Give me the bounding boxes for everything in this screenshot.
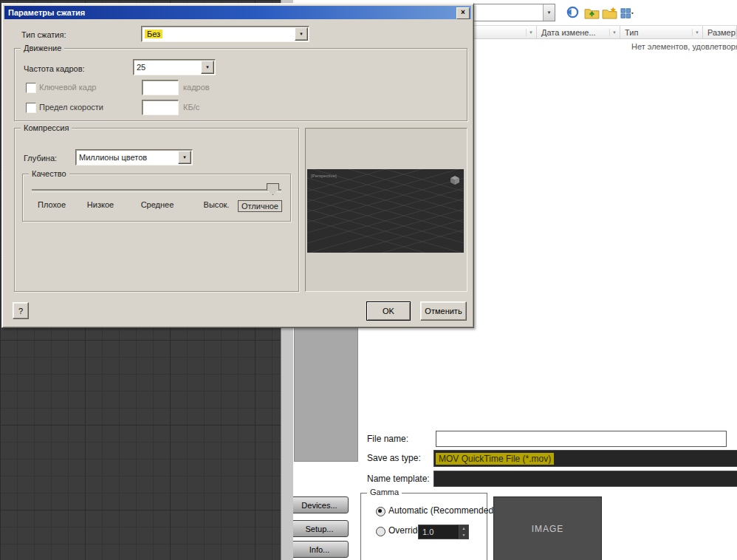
chevron-down-icon[interactable]: ▼ <box>692 29 701 36</box>
frame-rate-label: Частота кадров: <box>24 64 85 73</box>
help-button[interactable]: ? <box>13 302 29 319</box>
keyframe-unit-label: кадров <box>183 83 210 92</box>
file-name-label: File name: <box>367 434 408 444</box>
save-as-type-value: MOV QuickTime File (*.mov) <box>436 453 554 465</box>
name-template-label: Name template: <box>367 474 430 484</box>
view-menu-icon[interactable] <box>618 5 636 21</box>
dialog-titlebar[interactable]: Параметры сжатия × <box>4 6 471 19</box>
ok-button[interactable]: OK <box>366 301 411 321</box>
dialog-title: Параметры сжатия <box>8 8 85 17</box>
quality-level-label: Плохое <box>38 200 66 209</box>
quality-level-selected: Отличное <box>238 200 282 212</box>
quality-level-label: Низкое <box>87 200 114 209</box>
up-one-level-icon[interactable] <box>583 4 600 21</box>
gamma-override-radio[interactable] <box>376 527 385 536</box>
quality-group: Качество Плохое Низкое Среднее Высок. От… <box>22 174 291 222</box>
compression-type-combo[interactable]: Без ▼ <box>141 26 309 42</box>
preview-panel: [Perspective] <box>305 128 467 292</box>
column-header-size[interactable]: Размер ▼ <box>703 26 737 38</box>
depth-value: Миллионы цветов <box>79 153 147 162</box>
preview-viewport-label: [Perspective] <box>311 174 337 178</box>
image-placeholder-label: IMAGE <box>532 524 564 534</box>
spinner-down-icon[interactable]: ▼ <box>459 532 468 539</box>
frame-rate-value: 25 <box>137 63 145 72</box>
motion-group-title: Движение <box>21 44 64 52</box>
gamma-group-title: Gamma <box>367 488 402 496</box>
chevron-down-icon[interactable]: ▼ <box>609 29 618 36</box>
column-label: Тип <box>625 28 638 37</box>
column-header-date-modified[interactable]: Дата измене... ▼ <box>537 26 620 38</box>
depth-combo[interactable]: Миллионы цветов ▼ <box>75 149 193 165</box>
chevron-down-icon[interactable]: ▼ <box>543 4 555 21</box>
save-as-type-combo[interactable]: MOV QuickTime File (*.mov) <box>433 450 737 467</box>
depth-label: Глубина: <box>24 154 57 163</box>
keyframe-input[interactable] <box>142 80 179 95</box>
setup-button[interactable]: Setup... <box>293 520 349 537</box>
name-template-input[interactable] <box>433 471 737 487</box>
file-list-header: ▼ Дата измене... ▼ Тип ▼ Размер ▼ <box>473 25 737 39</box>
viewcube-icon <box>450 175 460 187</box>
create-new-folder-icon[interactable] <box>600 4 618 21</box>
gamma-override-spinner[interactable]: 1.0 ▲ ▼ <box>418 525 469 539</box>
keyframe-checkbox <box>26 83 36 93</box>
chevron-down-icon[interactable]: ▼ <box>526 29 535 36</box>
folder-path-combo[interactable]: ▼ <box>473 4 555 21</box>
compression-type-label: Тип сжатия: <box>21 30 66 39</box>
gamma-override-value: 1.0 <box>422 527 433 536</box>
back-icon[interactable] <box>563 4 581 20</box>
compression-type-value: Без <box>145 30 162 38</box>
rate-limit-input[interactable] <box>142 100 179 115</box>
motion-group: Движение Частота кадров: 25 ▼ Ключевой к… <box>14 48 467 121</box>
chevron-down-icon[interactable]: ▼ <box>295 27 308 41</box>
image-preview-placeholder: IMAGE <box>493 496 602 560</box>
quality-slider-thumb[interactable] <box>267 183 279 195</box>
compression-parameters-dialog: Параметры сжатия × Тип сжатия: Без ▼ Дви… <box>1 3 474 328</box>
file-name-input[interactable] <box>436 431 727 447</box>
rate-limit-checkbox[interactable] <box>26 103 36 113</box>
gamma-automatic-radio[interactable] <box>376 507 385 516</box>
quality-level-label: Среднее <box>141 200 174 209</box>
preview-render-image <box>307 169 464 253</box>
spinner-arrows: ▲ ▼ <box>459 525 468 539</box>
cancel-button[interactable]: Отменить <box>420 301 467 321</box>
column-label: Дата измене... <box>541 28 596 37</box>
compression-group: Компрессия Глубина: Миллионы цветов ▼ Ка… <box>14 128 299 292</box>
spinner-up-icon[interactable]: ▲ <box>459 525 468 532</box>
save-as-type-label: Save as type: <box>367 453 421 463</box>
rate-limit-label: Предел скорости <box>39 103 103 112</box>
quality-group-title: Качество <box>29 169 69 178</box>
info-button[interactable]: Info... <box>293 541 349 558</box>
gamma-group: Gamma Automatic (Recommended) Override 1… <box>360 493 487 560</box>
dialog-side-panel <box>294 327 358 462</box>
rate-limit-unit-label: КБ/с <box>183 103 199 112</box>
quality-slider-track[interactable] <box>32 189 281 192</box>
chevron-down-icon[interactable]: ▼ <box>201 61 214 74</box>
column-header-1[interactable]: ▼ <box>473 26 537 38</box>
frame-rate-combo[interactable]: 25 ▼ <box>133 59 216 75</box>
chevron-down-icon[interactable]: ▼ <box>178 151 191 164</box>
column-label: Размер <box>707 28 736 37</box>
keyframe-label: Ключевой кадр <box>39 83 96 92</box>
quality-level-label: Высок. <box>204 200 230 209</box>
column-header-type[interactable]: Тип ▼ <box>620 26 703 38</box>
devices-button[interactable]: Devices... <box>293 496 349 513</box>
gamma-automatic-label[interactable]: Automatic (Recommended) <box>388 505 496 516</box>
close-icon[interactable]: × <box>456 7 470 19</box>
compression-group-title: Компрессия <box>21 123 72 132</box>
empty-folder-message: Нет элементов, удовлетворяющих у <box>631 42 737 51</box>
